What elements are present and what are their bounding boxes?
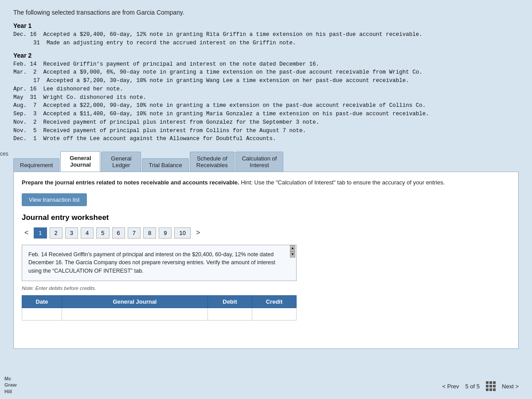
prev-button[interactable]: < Prev bbox=[442, 383, 459, 390]
page-5[interactable]: 5 bbox=[96, 227, 109, 239]
year2-line4: Apr. 16 Lee dishonored her note. bbox=[13, 85, 519, 94]
year2-line2: Mar. 2 Accepted a $9,000, 6%, 90-day not… bbox=[13, 68, 519, 77]
year2-line1: Feb. 14 Received Griffin’s payment of pr… bbox=[13, 60, 519, 69]
next-page-button[interactable]: > bbox=[193, 228, 203, 238]
year2-line8: Nov. 2 Received payment of principal plu… bbox=[13, 118, 519, 127]
entry-description-box: Feb. 14 Received Griffin’s payment of pr… bbox=[22, 245, 297, 281]
ces-label: ces bbox=[0, 151, 8, 157]
grid-icon bbox=[486, 381, 496, 391]
brand-line3: Hill bbox=[4, 388, 17, 395]
prev-page-button[interactable]: < bbox=[22, 228, 31, 238]
bottom-nav: < Prev 5 of 5 Next > bbox=[442, 381, 519, 391]
debit-cell[interactable] bbox=[208, 308, 252, 320]
year2-section: Year 2 Feb. 14 Received Griffin’s paymen… bbox=[13, 52, 519, 144]
hint-text: Prepare the journal entries related to n… bbox=[22, 178, 510, 187]
year2-line5: May 31 Wright Co. dishonored its note. bbox=[13, 94, 519, 102]
page-8[interactable]: 8 bbox=[143, 227, 156, 239]
journal-worksheet: Journal entry worksheet < 1 2 3 4 5 6 7 … bbox=[22, 213, 510, 321]
credit-cell[interactable] bbox=[252, 308, 297, 320]
scroll-down-button[interactable]: ▼ bbox=[290, 251, 295, 258]
tab-content: Prepare the journal entries related to n… bbox=[13, 172, 519, 349]
page-indicator: 5 of 5 bbox=[466, 383, 480, 390]
worksheet-title: Journal entry worksheet bbox=[22, 213, 510, 222]
tab-general-ledger[interactable]: GeneralLedger bbox=[101, 152, 141, 172]
year1-label: Year 1 bbox=[13, 22, 519, 29]
col-debit: Debit bbox=[208, 295, 252, 308]
page-3[interactable]: 3 bbox=[65, 227, 78, 239]
tab-calculation-interest[interactable]: Calculation ofInterest bbox=[235, 152, 284, 172]
journal-table: Date General Journal Debit Credit bbox=[22, 295, 297, 321]
intro-text: The following selected transactions are … bbox=[13, 9, 519, 16]
col-date: Date bbox=[22, 295, 62, 308]
scrollbar[interactable]: ▲ ▼ bbox=[290, 245, 295, 281]
hint-bold: Prepare the journal entries related to n… bbox=[22, 179, 239, 186]
page-1[interactable]: 1 bbox=[34, 227, 47, 239]
tabs-area: Requirement GeneralJournal GeneralLedger… bbox=[13, 151, 519, 172]
next-button[interactable]: Next > bbox=[502, 383, 519, 390]
branding: Mc Graw Hill bbox=[4, 376, 17, 395]
main-container: The following selected transactions are … bbox=[0, 0, 532, 399]
date-cell[interactable] bbox=[22, 308, 62, 320]
tab-trial-balance[interactable]: Trial Balance bbox=[142, 158, 188, 172]
col-general-journal: General Journal bbox=[62, 295, 208, 308]
table-row bbox=[22, 308, 297, 320]
year2-line6: Aug. 7 Accepted a $22,000, 90-day, 10% n… bbox=[13, 102, 519, 110]
tab-schedule-receivables[interactable]: Schedule ofReceivables bbox=[190, 152, 235, 172]
note-text: Note: Enter debits before credits. bbox=[22, 286, 510, 291]
table-header-row: Date General Journal Debit Credit bbox=[22, 295, 297, 308]
page-2[interactable]: 2 bbox=[50, 227, 63, 239]
page-9[interactable]: 9 bbox=[159, 227, 172, 239]
page-10[interactable]: 10 bbox=[174, 227, 190, 239]
year1-line1: Dec. 16 Accepted a $20,400, 60-day, 12% … bbox=[13, 31, 519, 39]
year2-line10: Dec. 1 Wrote off the Lee account against… bbox=[13, 135, 519, 143]
year1-section: Year 1 Dec. 16 Accepted a $20,400, 60-da… bbox=[13, 22, 519, 47]
view-transaction-list-button[interactable]: View transaction list bbox=[22, 193, 87, 206]
brand-line1: Mc bbox=[4, 376, 17, 382]
tab-requirement[interactable]: Requirement bbox=[13, 158, 59, 172]
year1-line2: 31 Made an adjusting entry to record the… bbox=[13, 39, 519, 47]
col-credit: Credit bbox=[252, 295, 297, 308]
page-6[interactable]: 6 bbox=[112, 227, 125, 239]
year2-label: Year 2 bbox=[13, 52, 519, 59]
pagination: < 1 2 3 4 5 6 7 8 9 10 > bbox=[22, 227, 510, 239]
year2-line9: Nov. 5 Received payment of principal plu… bbox=[13, 127, 519, 135]
year2-line3: 17 Accepted a $7,200, 30-day, 10% note i… bbox=[13, 77, 519, 85]
page-4[interactable]: 4 bbox=[81, 227, 94, 239]
brand-line2: Graw bbox=[4, 382, 17, 388]
hint-rest: Hint: Use the "Calculation of Interest" … bbox=[241, 179, 445, 186]
entry-text: Feb. 14 Received Griffin’s payment of pr… bbox=[28, 250, 290, 275]
journal-cell[interactable] bbox=[62, 308, 208, 320]
page-7[interactable]: 7 bbox=[128, 227, 141, 239]
scroll-up-button[interactable]: ▲ bbox=[290, 245, 295, 251]
year2-line7: Sep. 3 Accepted a $11,400, 60-day, 10% n… bbox=[13, 110, 519, 118]
tab-general-journal[interactable]: GeneralJournal bbox=[60, 151, 100, 172]
